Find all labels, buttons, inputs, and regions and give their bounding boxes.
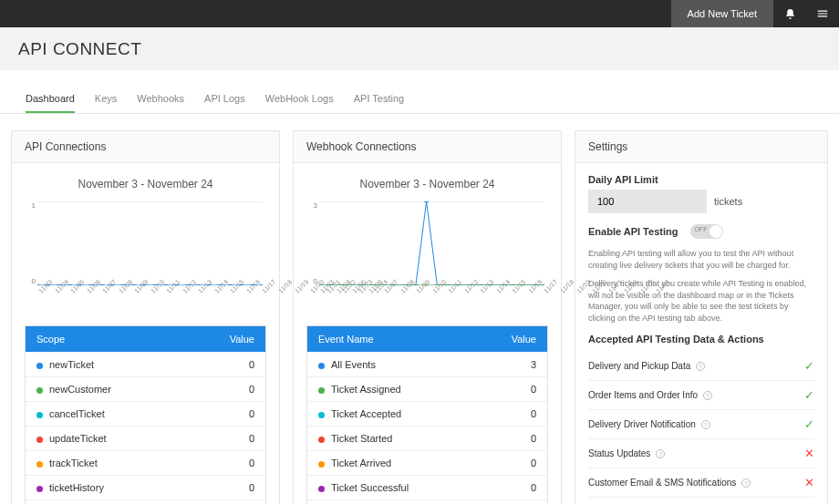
color-dot bbox=[318, 486, 325, 492]
actions-label: Accepted API Testing Data & Actions bbox=[588, 334, 814, 345]
action-label: Delivery Driver Notification ? bbox=[588, 419, 710, 429]
table-row: Ticket Accepted0 bbox=[307, 401, 547, 426]
color-dot bbox=[36, 412, 43, 418]
action-label: Customer Email & SMS Notifications ? bbox=[588, 478, 751, 488]
col-header: Value bbox=[230, 334, 254, 345]
row-label: Ticket Arrived bbox=[331, 458, 391, 468]
action-row: Delivery Driver Notification ?✓ bbox=[588, 410, 814, 439]
api-limit-label: Daily API Limit bbox=[588, 174, 814, 185]
row-value: 0 bbox=[249, 433, 254, 444]
action-label: Order Items and Order Info ? bbox=[588, 390, 712, 400]
enable-testing-toggle[interactable]: OFF bbox=[690, 224, 723, 239]
row-label: newCustomer bbox=[49, 384, 111, 395]
row-value: 0 bbox=[249, 408, 254, 419]
svg-point-44 bbox=[319, 284, 322, 285]
col-header: Event Name bbox=[318, 334, 374, 345]
table-row: ticketHistory0 bbox=[26, 475, 265, 499]
panel-title: API Connections bbox=[12, 131, 279, 163]
table-row: Ticket Arrived0 bbox=[307, 450, 547, 475]
color-dot bbox=[36, 387, 43, 394]
row-value: 3 bbox=[531, 359, 536, 370]
color-dot bbox=[318, 412, 325, 418]
api-connections-panel: API Connections November 3 - November 24… bbox=[11, 130, 280, 504]
cross-icon: ✕ bbox=[804, 447, 814, 460]
tab-api-logs[interactable]: API Logs bbox=[204, 93, 245, 113]
panel-title: Settings bbox=[575, 131, 827, 163]
svg-point-0 bbox=[37, 284, 40, 285]
row-label: trackTicket bbox=[49, 458, 98, 468]
table-row: updateTicket0 bbox=[26, 426, 265, 450]
tab-webhooks[interactable]: Webhooks bbox=[137, 93, 184, 113]
action-row: Status Updates ?✕ bbox=[588, 439, 814, 468]
api-limit-input[interactable] bbox=[588, 190, 707, 213]
api-limit-unit: tickets bbox=[714, 196, 742, 207]
tab-keys[interactable]: Keys bbox=[95, 93, 117, 113]
row-value: 0 bbox=[531, 458, 536, 468]
webhook-table: Event NameValueAll Events3Ticket Assigne… bbox=[306, 325, 548, 504]
help-icon[interactable]: ? bbox=[741, 478, 751, 488]
row-value: 0 bbox=[249, 458, 254, 468]
enable-testing-label: Enable API Testing bbox=[588, 226, 678, 237]
table-row: Ticket Successful0 bbox=[307, 475, 547, 499]
table-row: cancelTicket0 bbox=[26, 401, 265, 426]
table-row: Ticket Assigned0 bbox=[307, 376, 547, 401]
row-value: 0 bbox=[531, 408, 536, 419]
row-label: Ticket Assigned bbox=[331, 384, 401, 395]
col-header: Value bbox=[512, 334, 536, 345]
color-dot bbox=[318, 437, 325, 443]
settings-panel: Settings Daily API Limit tickets Enable … bbox=[575, 130, 828, 504]
table-row: All Events3 bbox=[307, 352, 547, 376]
action-row: Customer Email & SMS Notifications ?✕ bbox=[588, 468, 814, 498]
page-title: API CONNECT bbox=[18, 39, 821, 59]
color-dot bbox=[36, 437, 43, 443]
help-icon[interactable]: ? bbox=[703, 391, 712, 400]
help-icon[interactable]: ? bbox=[656, 449, 665, 458]
color-dot bbox=[318, 461, 325, 468]
action-row: Delivery and Pickup Data ?✓ bbox=[588, 352, 814, 381]
row-value: 0 bbox=[249, 359, 254, 370]
tab-webhook-logs[interactable]: WebHook Logs bbox=[265, 93, 334, 113]
row-label: updateTicket bbox=[49, 433, 107, 444]
table-row: newCustomer0 bbox=[26, 376, 265, 401]
table-row: Ticket Failed0 bbox=[307, 499, 547, 504]
svg-point-32 bbox=[424, 201, 430, 202]
row-value: 0 bbox=[531, 482, 536, 493]
menu-icon[interactable] bbox=[806, 0, 839, 27]
add-ticket-button[interactable]: Add New Ticket bbox=[671, 0, 773, 27]
row-label: cancelTicket bbox=[49, 408, 105, 419]
col-header: Scope bbox=[36, 334, 65, 345]
tab-api-testing[interactable]: API Testing bbox=[354, 93, 404, 113]
table-row: Ticket Started0 bbox=[307, 426, 547, 450]
tab-dashboard[interactable]: Dashboard bbox=[26, 93, 75, 113]
chart-date-range: November 3 - November 24 bbox=[306, 178, 548, 190]
table-row: newTicket0 bbox=[26, 352, 265, 376]
color-dot bbox=[318, 363, 325, 369]
api-chart: 1011/0311/0411/0511/0611/0711/0811/0911/… bbox=[37, 201, 263, 302]
action-label: Delivery and Pickup Data ? bbox=[588, 361, 705, 371]
main: API Connections November 3 - November 24… bbox=[0, 114, 839, 504]
page-header: API CONNECT bbox=[0, 27, 839, 70]
color-dot bbox=[36, 486, 43, 492]
row-value: 0 bbox=[249, 384, 254, 395]
action-row: Order Items and Order Info ?✓ bbox=[588, 381, 814, 410]
row-value: 0 bbox=[249, 482, 254, 493]
action-label: Status Updates ? bbox=[588, 448, 665, 458]
help-icon[interactable]: ? bbox=[701, 420, 710, 429]
check-icon: ✓ bbox=[804, 359, 814, 373]
check-icon: ✓ bbox=[804, 417, 814, 431]
row-label: All Events bbox=[331, 359, 376, 370]
panel-title: Webhook Connections bbox=[294, 131, 561, 163]
table-row: driverDetails0 bbox=[26, 499, 265, 504]
help-text: Enabling API testing will allow you to t… bbox=[588, 248, 814, 271]
row-value: 0 bbox=[531, 433, 536, 444]
action-row: Map Zones & Auto-Assign ?✕ bbox=[588, 498, 814, 504]
api-table: ScopeValuenewTicket0newCustomer0cancelTi… bbox=[25, 325, 266, 504]
help-icon[interactable]: ? bbox=[696, 362, 705, 371]
bell-icon[interactable] bbox=[773, 0, 806, 27]
row-label: Ticket Started bbox=[331, 433, 392, 444]
color-dot bbox=[36, 461, 43, 468]
actions-list: Delivery and Pickup Data ?✓Order Items a… bbox=[588, 352, 814, 504]
table-row: trackTicket0 bbox=[26, 450, 265, 475]
topbar: Add New Ticket bbox=[0, 0, 839, 27]
webhook-chart: 3011/0311/0411/0511/0611/0711/0811/0911/… bbox=[319, 201, 544, 302]
